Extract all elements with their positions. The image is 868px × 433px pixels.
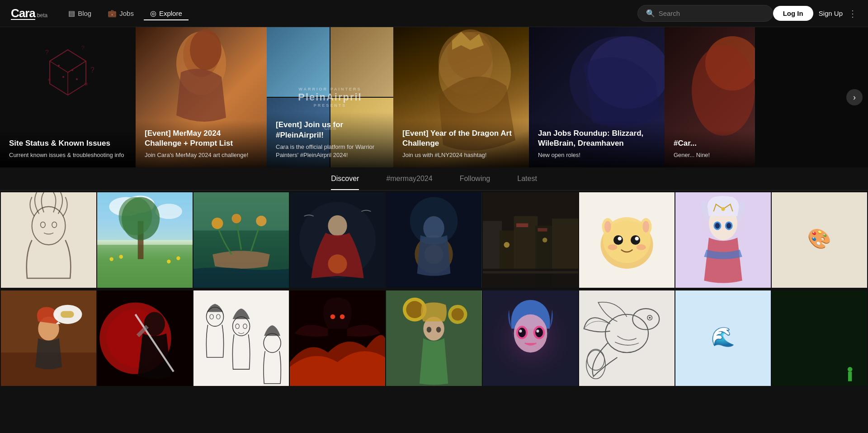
tab-following[interactable]: Following	[460, 175, 491, 190]
hero-card-dragon[interactable]: [Event] Year of the Dragon Art Challenge…	[393, 27, 529, 167]
hero-card-site-status[interactable]: ? ? ? ✱ ✱ Site Status & Known Issues Cur…	[0, 27, 136, 167]
search-input[interactable]	[659, 10, 764, 17]
gallery-item-17[interactable]: 🌊	[675, 290, 771, 386]
svg-point-123	[518, 328, 526, 337]
doodle-illustration: ? ? ? ✱ ✱	[32, 41, 104, 113]
svg-rect-31	[97, 245, 193, 288]
gallery-item-2[interactable]	[97, 192, 193, 288]
extra-art-1: 🎨	[772, 192, 867, 288]
gallery-item-7[interactable]	[579, 192, 675, 288]
svg-point-109	[340, 314, 345, 319]
gallery-item-9[interactable]: 🎨	[772, 192, 867, 288]
svg-point-46	[328, 215, 347, 236]
svg-rect-127	[579, 290, 675, 386]
nav-jobs[interactable]: 💼 Jobs	[101, 6, 140, 20]
svg-point-47	[328, 254, 347, 273]
svg-point-9	[76, 78, 78, 80]
svg-point-60	[542, 238, 547, 243]
svg-point-126	[536, 330, 539, 333]
boat-art	[193, 192, 289, 288]
svg-point-43	[256, 216, 266, 226]
svg-point-84	[721, 207, 725, 211]
landscape-art	[97, 192, 193, 288]
svg-text:✱: ✱	[84, 81, 88, 87]
cartoon-art	[579, 192, 675, 288]
gallery-item-18[interactable]	[772, 290, 867, 386]
svg-point-112	[406, 301, 424, 318]
svg-point-52	[410, 197, 458, 245]
partial-art-3	[772, 290, 867, 386]
svg-point-108	[330, 314, 335, 319]
svg-point-59	[504, 242, 509, 248]
tab-discover[interactable]: Discover	[331, 175, 359, 190]
explore-label: Explore	[159, 10, 182, 17]
svg-point-124	[535, 328, 543, 337]
gallery-item-15[interactable]	[483, 290, 578, 386]
armor-art	[386, 192, 481, 288]
hero-card-sub-partial: Gener... Nine!	[674, 151, 746, 159]
portrait-art	[483, 290, 578, 386]
logo[interactable]: Cara beta	[11, 6, 47, 20]
hero-next-button[interactable]: ›	[846, 89, 863, 105]
svg-rect-62	[516, 224, 528, 227]
signup-button[interactable]: Sign Up	[819, 10, 843, 17]
gallery-row-1: 🎨	[0, 191, 868, 289]
gallery-item-13[interactable]	[290, 290, 385, 386]
svg-point-15	[190, 29, 222, 70]
gallery-item-10[interactable]	[1, 290, 96, 386]
svg-point-116	[427, 327, 432, 333]
svg-rect-137	[848, 372, 852, 381]
blog-icon: ▤	[68, 9, 75, 18]
svg-point-42	[232, 214, 241, 223]
hero-card-sub-site-status: Current known issues & troubleshooting i…	[9, 151, 127, 159]
svg-point-138	[848, 367, 853, 372]
gallery-item-16[interactable]	[579, 290, 675, 386]
svg-rect-40	[193, 192, 289, 230]
tab-latest[interactable]: Latest	[517, 175, 537, 190]
search-bar[interactable]: 🔍	[637, 5, 773, 22]
gallery-item-8[interactable]	[675, 192, 771, 288]
tab-mermay2024[interactable]: #mermay2024	[386, 175, 432, 190]
gallery-item-4[interactable]	[290, 192, 385, 288]
login-button[interactable]: Log In	[773, 6, 813, 21]
hero-card-jan-jobs[interactable]: Jan Jobs Roundup: Blizzard, WileBrain, D…	[529, 27, 665, 167]
svg-point-73	[636, 244, 646, 250]
svg-text:?: ?	[45, 48, 49, 56]
svg-point-41	[212, 218, 223, 229]
svg-point-10	[58, 65, 60, 67]
gallery-item-11[interactable]	[97, 290, 193, 386]
search-icon: 🔍	[646, 9, 655, 18]
anime-art	[675, 192, 771, 288]
dragon-sketch	[579, 290, 675, 386]
hero-card-partial[interactable]: #Car... Gener... Nine!	[665, 27, 755, 167]
svg-rect-64	[483, 271, 578, 273]
svg-point-7	[71, 69, 73, 71]
svg-point-70	[618, 237, 621, 240]
hero-card-title-partial: #Car...	[674, 138, 746, 148]
gallery-item-12[interactable]	[193, 290, 289, 386]
svg-point-125	[519, 330, 522, 333]
svg-point-77	[642, 221, 649, 232]
gallery-item-5[interactable]	[386, 192, 481, 288]
jobs-label: Jobs	[119, 10, 134, 17]
nav-blog[interactable]: ▤ Blog	[62, 6, 98, 20]
svg-point-69	[631, 235, 640, 245]
fantasy-art	[290, 192, 385, 288]
hero-card-title-dragon: [Event] Year of the Dragon Art Challenge	[402, 128, 520, 148]
gallery-item-6[interactable]	[483, 192, 578, 288]
warrior-art	[97, 290, 193, 386]
fire-art	[290, 290, 385, 386]
gallery-item-3[interactable]	[193, 192, 289, 288]
sketch-art-1	[1, 192, 96, 288]
logo-beta: beta	[37, 12, 47, 19]
hero-card-sub-mermay: Join Cara's MerMay 2024 art challenge!	[145, 151, 258, 159]
hero-card-sub-jobs: New open roles!	[538, 151, 656, 159]
hero-card-title-jobs: Jan Jobs Roundup: Blizzard, WileBrain, D…	[538, 128, 656, 148]
more-icon[interactable]: ⋮	[848, 8, 857, 19]
nav-explore[interactable]: ◎ Explore	[144, 6, 189, 20]
hero-card-pleinairpril[interactable]: WARRIOR PAINTERS PleinAirpril PRESENTS […	[267, 27, 393, 167]
svg-text:?: ?	[81, 45, 85, 51]
gallery-item-1[interactable]	[1, 192, 96, 288]
hero-card-mermay[interactable]: [Event] MerMay 2024 Challenge + Prompt L…	[136, 27, 267, 167]
gallery-item-14[interactable]	[386, 290, 481, 386]
